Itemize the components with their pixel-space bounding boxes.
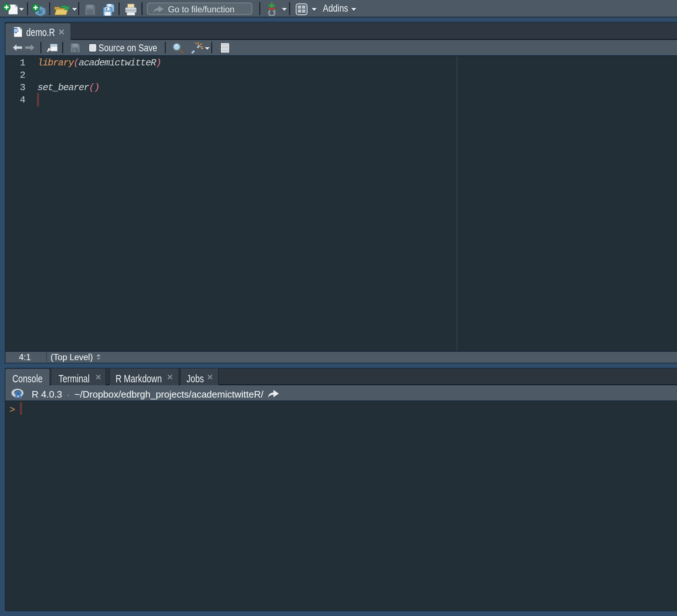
svg-text:R: R: [14, 28, 18, 34]
svg-text:R: R: [15, 389, 22, 399]
